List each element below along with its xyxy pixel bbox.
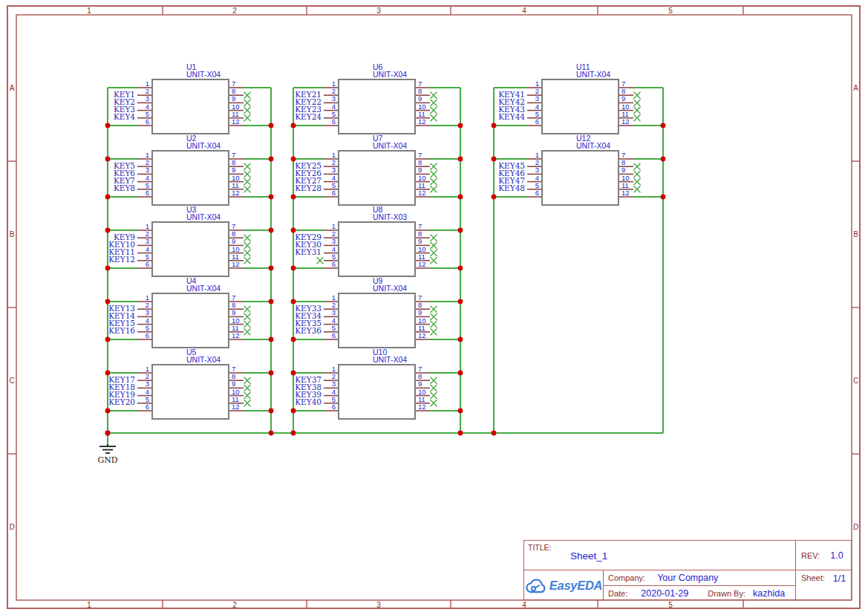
part-number[interactable]: UNIT-X04 xyxy=(186,355,221,364)
frame-row-label: B xyxy=(10,230,15,238)
company-value[interactable]: Your Company xyxy=(657,573,718,583)
logo-cell: EasyEDA xyxy=(524,570,603,601)
part-number[interactable]: UNIT-X04 xyxy=(373,284,407,293)
part-number[interactable]: UNIT-X04 xyxy=(576,70,610,79)
ic-box[interactable] xyxy=(339,293,415,348)
junction-dot xyxy=(291,228,296,233)
net-label[interactable]: KEY16 xyxy=(108,326,135,335)
rev-cell: REV: 1.0 xyxy=(795,541,852,570)
net-label[interactable]: KEY48 xyxy=(498,183,525,192)
pin-number: 12 xyxy=(418,331,426,339)
net-label[interactable]: KEY36 xyxy=(295,326,322,335)
net-label[interactable]: KEY24 xyxy=(295,112,322,121)
ic-box[interactable] xyxy=(152,79,229,134)
ic-box[interactable] xyxy=(152,365,229,419)
junction-dot xyxy=(269,228,274,233)
junction-dot xyxy=(105,371,111,376)
frame-row-label: D xyxy=(9,523,14,531)
rev-value[interactable]: 1.0 xyxy=(830,550,843,561)
net-label[interactable]: KEY12 xyxy=(108,255,135,264)
net-label[interactable]: KEY8 xyxy=(114,183,135,192)
ic-box[interactable] xyxy=(542,151,619,205)
junction-dot xyxy=(105,123,111,128)
schematic-page: 1122334455AABBCCDD17GNDGND28KEY1KEY1KEY1… xyxy=(0,0,868,615)
ic-box[interactable] xyxy=(542,79,619,134)
pin-number: 12 xyxy=(232,189,240,197)
drawn-by-label: Drawn By: xyxy=(708,589,745,598)
easyeda-logo-text: EasyEDA xyxy=(549,579,602,593)
pin-number: 12 xyxy=(232,331,240,339)
pin-number: 6 xyxy=(146,403,149,411)
date-cell: Date: 2020-01-29 Drawn By: kazhida xyxy=(603,585,795,601)
junction-dot xyxy=(291,371,296,376)
ic-box[interactable] xyxy=(152,293,229,348)
part-number[interactable]: UNIT-X04 xyxy=(186,141,221,150)
sheet-value[interactable]: 1/1 xyxy=(833,573,846,584)
ic-box[interactable] xyxy=(339,222,415,276)
junction-dot xyxy=(291,266,296,271)
junction-dot xyxy=(269,266,274,271)
no-connect-icon xyxy=(431,235,437,241)
pin-number: 6 xyxy=(332,260,336,268)
junction-dot xyxy=(105,409,111,414)
part-number[interactable]: UNIT-X04 xyxy=(373,141,407,150)
part-number[interactable]: UNIT-X04 xyxy=(186,70,221,79)
ic-box[interactable] xyxy=(152,222,229,276)
no-connect-icon xyxy=(244,114,251,121)
frame-column-label: 3 xyxy=(376,7,381,15)
junction-dot xyxy=(291,409,296,414)
frame-row-label: B xyxy=(853,230,858,238)
ic-box[interactable] xyxy=(339,151,415,205)
pin-number: 12 xyxy=(418,260,426,268)
frame-column-label: 5 xyxy=(668,601,673,609)
junction-dot xyxy=(458,228,463,233)
frame-column-label: 1 xyxy=(87,7,91,15)
junction-dot xyxy=(661,157,666,162)
junction-dot xyxy=(105,299,111,305)
part-number[interactable]: UNIT-X04 xyxy=(186,284,221,293)
schematic-canvas[interactable]: 1122334455AABBCCDD17GNDGND28KEY1KEY1KEY1… xyxy=(0,0,868,615)
ic-box[interactable] xyxy=(339,79,415,134)
no-connect-icon xyxy=(431,250,437,256)
sheet-title[interactable]: Sheet_1 xyxy=(570,550,607,562)
sheet-cell: Sheet: 1/1 xyxy=(795,570,852,601)
junction-dot xyxy=(269,123,274,128)
no-connect-icon xyxy=(431,114,437,121)
junction-dot xyxy=(269,371,274,376)
no-connect-icon xyxy=(244,400,251,406)
net-label[interactable]: KEY20 xyxy=(108,397,135,406)
junction-dot xyxy=(269,195,274,200)
frame-row-label: A xyxy=(853,84,858,92)
part-number[interactable]: UNIT-X04 xyxy=(373,355,407,364)
part-number[interactable]: UNIT-X03 xyxy=(373,212,407,221)
part-number[interactable]: UNIT-X04 xyxy=(373,70,407,79)
pin-number: 6 xyxy=(332,117,336,126)
no-connect-icon xyxy=(244,92,251,99)
ic-box[interactable] xyxy=(152,151,229,205)
junction-dot xyxy=(458,123,463,128)
frame-column-label: 2 xyxy=(232,601,237,609)
junction-dot xyxy=(105,157,111,162)
junction-dot xyxy=(492,431,497,436)
no-connect-icon xyxy=(244,321,251,328)
date-value[interactable]: 2020-01-29 xyxy=(641,588,688,599)
net-label[interactable]: KEY31 xyxy=(295,247,322,256)
net-label[interactable]: KEY4 xyxy=(114,112,135,121)
drawn-by-value[interactable]: kazhida xyxy=(753,588,785,599)
no-connect-icon xyxy=(244,250,251,256)
part-number[interactable]: UNIT-X04 xyxy=(186,212,221,221)
no-connect-icon xyxy=(431,321,437,328)
ic-box[interactable] xyxy=(339,365,415,419)
net-label[interactable]: KEY44 xyxy=(498,112,525,121)
no-connect-icon xyxy=(431,186,437,192)
net-label[interactable]: KEY28 xyxy=(295,183,322,192)
frame-column-label: 3 xyxy=(376,601,381,609)
net-label[interactable]: KEY40 xyxy=(295,397,322,406)
pin-number: 12 xyxy=(621,117,630,126)
part-number[interactable]: UNIT-X04 xyxy=(576,141,610,150)
pin-number: 6 xyxy=(146,189,149,197)
no-connect-icon xyxy=(244,100,251,106)
junction-dot xyxy=(105,337,111,342)
company-cell: Company: Your Company xyxy=(603,570,795,585)
no-connect-icon xyxy=(244,392,251,399)
